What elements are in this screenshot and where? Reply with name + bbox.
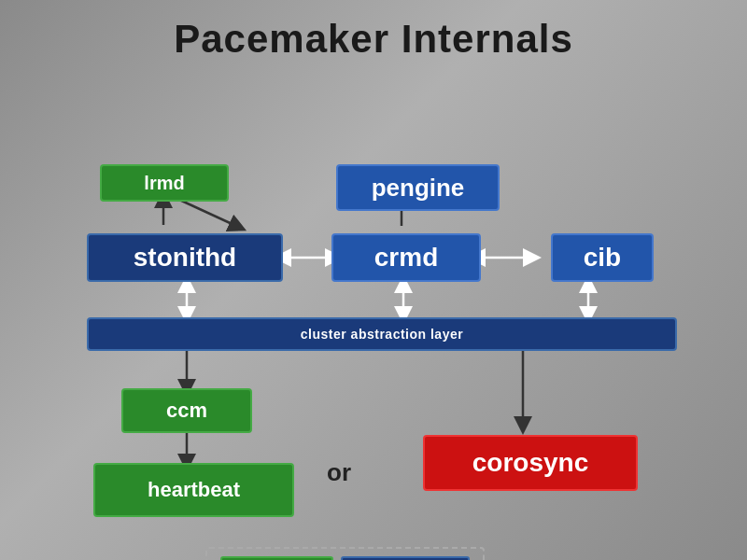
stonithd-box: stonithd [87, 233, 283, 282]
cal-box: cluster abstraction layer [87, 317, 677, 351]
page-title: Pacemaker Internals [0, 0, 747, 71]
legend-pacemaker: pacemaker project [341, 556, 470, 560]
cib-box: cib [551, 233, 654, 282]
or-label: or [327, 458, 351, 487]
corosync-box: corosync [423, 435, 638, 491]
pengine-box: pengine [336, 164, 500, 211]
legend-linux-ha: linux-ha project [220, 556, 333, 560]
crmd-box: crmd [331, 233, 481, 282]
heartbeat-box: heartbeat [93, 463, 294, 517]
diagram: lrmd pengine stonithd crmd cib cluster a… [0, 71, 747, 560]
ccm-box: ccm [121, 388, 252, 433]
legend-box: linux-ha project pacemaker project [205, 547, 485, 560]
svg-line-5 [177, 199, 238, 227]
lrmd-box: lrmd [100, 164, 229, 202]
